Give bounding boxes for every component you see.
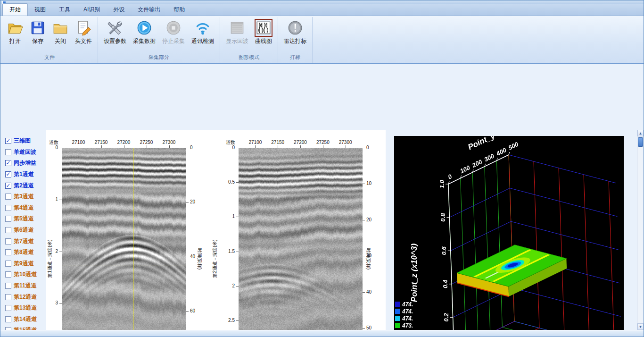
ribbon-button-label: 停止采集 xyxy=(162,37,185,45)
ribbon-toolbar: 打开保存关闭头文件文件设置参数采集数据停止采集通讯检测采集部分显示回波曲线图图形… xyxy=(0,16,644,64)
close-button[interactable]: 关闭 xyxy=(49,17,72,46)
ribbon-button-label: 头文件 xyxy=(75,37,92,45)
axis-tick-label: 1.5 xyxy=(223,249,235,254)
ribbon-group-acquisition: 设置参数采集数据停止采集通讯检测采集部分 xyxy=(98,17,220,63)
sidebar-item-channel-12[interactable]: 第12通道 xyxy=(5,291,46,303)
axis-tick xyxy=(59,303,62,303)
sidebar-item-label: 第2通道 xyxy=(14,182,34,190)
checkbox-checked-icon[interactable]: ✓ xyxy=(5,138,11,144)
legend-entry: 473. xyxy=(395,322,413,329)
checkbox-unchecked-icon[interactable] xyxy=(5,149,11,155)
sidebar-item-channel-11[interactable]: 第11通道 xyxy=(5,280,46,292)
sidebar-item-channel-6[interactable]: 第6通道 xyxy=(5,225,46,236)
sidebar-item-channel-1[interactable]: ✓第1通道 xyxy=(5,169,46,180)
checkbox-unchecked-icon[interactable] xyxy=(5,238,11,244)
checkbox-checked-icon[interactable]: ✓ xyxy=(5,171,11,177)
tab-tools[interactable]: 工具 xyxy=(52,4,77,16)
header-file-button[interactable]: 头文件 xyxy=(72,17,95,46)
acquire-data-button[interactable]: 采集数据 xyxy=(130,17,159,46)
curve-chart-button[interactable]: 曲线图 xyxy=(252,17,275,46)
scroll-up-arrow-icon[interactable]: ▲ xyxy=(637,130,644,136)
checkbox-unchecked-icon[interactable] xyxy=(5,249,11,255)
legend-entry: 474. xyxy=(395,315,413,322)
checkbox-unchecked-icon[interactable] xyxy=(5,261,11,267)
tab-view[interactable]: 视图 xyxy=(28,4,52,16)
sidebar-item-channel-7[interactable]: 第7通道 xyxy=(5,236,46,247)
tab-start[interactable]: 开始 xyxy=(2,3,28,16)
ribbon-group-label: 文件 xyxy=(4,53,95,63)
sidebar-item-sync-gain[interactable]: ✓同步增益 xyxy=(5,158,46,169)
sidebar-item-channel-3[interactable]: 第3通道 xyxy=(5,191,46,202)
checkbox-unchecked-icon[interactable] xyxy=(5,205,11,211)
checkbox-unchecked-icon[interactable] xyxy=(5,294,11,300)
checkbox-unchecked-icon[interactable] xyxy=(5,216,11,222)
channel2-radargram-canvas[interactable] xyxy=(239,148,363,337)
save-icon xyxy=(30,20,46,36)
checkbox-checked-icon[interactable]: ✓ xyxy=(5,183,11,189)
sidebar-item-single-trace-echo[interactable]: 单道回波 xyxy=(5,147,46,158)
axis-tick xyxy=(186,148,189,148)
checkbox-unchecked-icon[interactable] xyxy=(5,305,11,311)
checkbox-unchecked-icon[interactable] xyxy=(5,283,11,289)
sidebar-item-label: 第14通道 xyxy=(14,315,37,323)
right-axis-title: 时间(采样) xyxy=(196,248,203,270)
axis-tick xyxy=(323,145,323,148)
acquire-data-icon xyxy=(136,20,152,36)
scroll-down-arrow-icon[interactable]: ▼ xyxy=(637,323,644,330)
stop-acquire-button[interactable]: 停止采集 xyxy=(159,17,188,46)
checkbox-unchecked-icon[interactable] xyxy=(5,271,11,278)
sidebar-item-channel-5[interactable]: 第5通道 xyxy=(5,213,46,225)
application-window: 开始视图工具AI识别外设文件输出帮助 打开保存关闭头文件文件设置参数采集数据停止… xyxy=(0,0,644,337)
close-folder-icon xyxy=(52,20,68,36)
ribbon-button-label: 保存 xyxy=(32,37,43,45)
checkbox-unchecked-icon[interactable] xyxy=(5,227,11,233)
sidebar-item-channel-9[interactable]: 第9通道 xyxy=(5,258,46,270)
tab-file-output[interactable]: 文件输出 xyxy=(131,4,167,16)
sidebar-item-label: 第7通道 xyxy=(14,237,34,245)
sidebar-item-channel-10[interactable]: 第10通道 xyxy=(5,269,46,280)
channel1-radargram-canvas[interactable] xyxy=(62,148,186,337)
checkbox-unchecked-icon[interactable] xyxy=(5,316,11,322)
axis-tick xyxy=(236,148,239,148)
axis-tick-label: 0.5 xyxy=(223,179,235,185)
sidebar-item-channel-8[interactable]: 第8通道 xyxy=(5,247,46,258)
tab-peripherals[interactable]: 外设 xyxy=(107,4,131,16)
ribbon-group-buttons: 设置参数采集数据停止采集通讯检测 xyxy=(100,17,217,53)
radar-mark-icon xyxy=(287,20,303,36)
checkbox-checked-icon[interactable]: ✓ xyxy=(5,160,11,166)
vertical-scroll-thumb[interactable] xyxy=(638,137,643,147)
comm-check-button[interactable]: 通讯检测 xyxy=(188,17,217,46)
stop-acquire-icon xyxy=(165,20,182,36)
axis-tick xyxy=(186,257,189,257)
axis-tick-label: 27300 xyxy=(339,140,352,145)
axis-tick-label: 20 xyxy=(366,217,372,222)
open-button[interactable]: 打开 xyxy=(4,17,26,46)
show-echo-button[interactable]: 显示回波 xyxy=(223,17,252,46)
ribbon-group-buttons: 雷达打标 xyxy=(281,17,310,53)
sidebar-item-3d-view[interactable]: ✓三维图 xyxy=(5,135,46,147)
sidebar-item-channel-4[interactable]: 第4通道 xyxy=(5,202,46,214)
vertical-scrollbar[interactable]: ▲ ▼ xyxy=(637,130,644,330)
save-button[interactable]: 保存 xyxy=(26,17,49,46)
axis-tick xyxy=(300,145,301,148)
status-bar xyxy=(0,330,644,337)
sidebar-item-label: 第13通道 xyxy=(14,304,37,312)
legend-value-label: 474. xyxy=(402,315,413,322)
tab-ai-detect[interactable]: AI识别 xyxy=(77,4,107,16)
sidebar-item-channel-2[interactable]: ✓第2通道 xyxy=(5,180,46,191)
tab-help[interactable]: 帮助 xyxy=(167,4,191,16)
axis-tick xyxy=(186,202,189,202)
sidebar-item-channel-13[interactable]: 第13通道 xyxy=(5,303,46,314)
3d-plot-canvas[interactable] xyxy=(394,136,624,337)
axis-tick xyxy=(363,220,365,220)
checkbox-unchecked-icon[interactable] xyxy=(5,194,11,200)
axis-tick-label: 1 xyxy=(46,197,58,202)
axis-tick-label: 60 xyxy=(190,308,195,313)
axis-tick-label: 27200 xyxy=(294,140,307,145)
sidebar-item-label: 第6通道 xyxy=(14,226,34,234)
radar-mark-button[interactable]: 雷达打标 xyxy=(281,17,310,46)
axis-tick xyxy=(278,145,278,148)
set-params-button[interactable]: 设置参数 xyxy=(100,17,130,46)
legend-entry: 474. xyxy=(395,301,413,308)
sidebar-item-channel-14[interactable]: 第14通道 xyxy=(5,314,46,325)
